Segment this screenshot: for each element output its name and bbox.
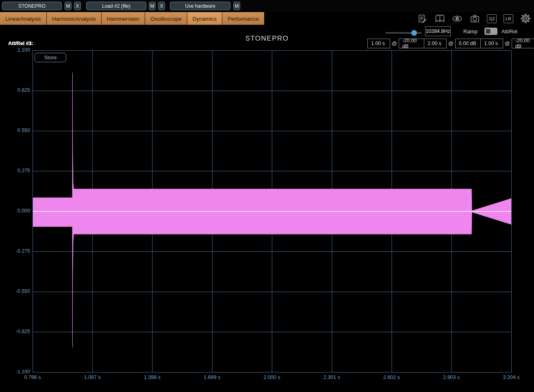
plugin-slot-bar: STONEPRO M X Load #2 (file) M X Use hard… <box>0 0 534 12</box>
dynamics-plot-area[interactable] <box>33 50 512 373</box>
x-tick-label: 1.398 s <box>144 375 161 380</box>
frequency-slider[interactable] <box>385 30 422 36</box>
x-tick-label: 1.097 s <box>84 375 101 380</box>
plugin-slot-a-mute-button[interactable]: M <box>65 2 72 10</box>
settings-gear-icon[interactable] <box>520 13 531 24</box>
x-tick-label: 2.903 s <box>443 375 460 380</box>
tab-performance[interactable]: Performance <box>222 12 265 25</box>
manual-book-icon[interactable] <box>434 13 445 24</box>
stage-2-at-label: @ <box>448 41 454 46</box>
y-tick-label: -0.550 <box>2 288 30 294</box>
x-tick-label: 1.699 s <box>204 375 220 380</box>
dynamics-waveform-plot[interactable] <box>33 50 512 373</box>
y-tick-label: -0.275 <box>2 248 30 254</box>
plugin-slot-b-close-button[interactable]: X <box>158 2 165 10</box>
frequency-slider-knob[interactable] <box>411 30 417 36</box>
y-tick-label: -1.100 <box>2 369 30 375</box>
att-rel-overlay-label-3: Att/Rel #3: <box>8 41 33 46</box>
toolbar-icon-strip: 1|2 LR <box>417 12 531 25</box>
y-tick-label: -0.825 <box>2 329 30 334</box>
use-hardware-button[interactable]: Use hardware <box>170 2 230 10</box>
envelope-stage-1: 1.00 s@-20.00 dB <box>367 39 424 48</box>
ramp-attrel-toggle[interactable] <box>484 28 497 35</box>
x-tick-label: 2.301 s <box>323 375 340 380</box>
store-button[interactable]: Store <box>35 53 66 62</box>
x-tick-label: 3.204 s <box>503 375 519 380</box>
envelope-stage-2: 2.00 s@0.00 dB <box>424 39 481 48</box>
tab-dynamics[interactable]: Dynamics <box>187 12 222 25</box>
stage-2-level-field[interactable]: 0.00 dB <box>455 39 481 48</box>
plugin-slot-a-close-button[interactable]: X <box>74 2 81 10</box>
stage-2-time-field[interactable]: 2.00 s <box>424 39 447 48</box>
hardware-mute-button[interactable]: M <box>233 2 240 10</box>
session-notes-icon[interactable] <box>417 13 428 24</box>
stage-1-at-label: @ <box>392 41 397 46</box>
x-tick-label: 2.000 s <box>263 375 280 380</box>
plugin-slot-b-mute-button[interactable]: M <box>149 2 156 10</box>
screenshot-camera-icon[interactable] <box>469 13 480 24</box>
att-rel-label: Att/Rel <box>501 28 517 35</box>
stage-3-level-field[interactable]: -20.00 dB <box>512 39 534 48</box>
y-tick-label: 1.100 <box>2 47 30 53</box>
stage-3-time-field[interactable]: 1.00 s <box>480 39 503 48</box>
plugin-slot-a-button[interactable]: STONEPRO <box>2 2 62 10</box>
frequency-value-field[interactable]: 10284.8Hz <box>425 26 451 36</box>
y-tick-label: 0.275 <box>2 168 30 173</box>
y-tick-label: 0.000 <box>2 208 30 214</box>
att-rel-run-label: Att/Rel #1:Att/Rel #2:Att/Rel #3: <box>8 41 57 47</box>
y-tick-label: 0.550 <box>2 128 30 133</box>
toggle-knob <box>485 28 491 34</box>
stage-3-at-label: @ <box>505 41 510 46</box>
eye-icon[interactable] <box>452 13 462 24</box>
tab-harmonicanalysis[interactable]: HarmonicAnalysis <box>47 12 102 25</box>
plugin-slot-b-button[interactable]: Load #2 (file) <box>86 2 146 10</box>
tab-hammerstein[interactable]: Hammerstein <box>102 12 145 25</box>
stage-1-time-field[interactable]: 1.00 s <box>367 39 390 48</box>
ramp-label: Ramp <box>463 28 478 35</box>
y-tick-label: 0.825 <box>2 87 30 93</box>
x-tick-label: 0.796 s <box>24 375 41 380</box>
x-tick-label: 2.602 s <box>383 375 400 380</box>
lr-channel-icon[interactable]: LR <box>504 14 513 23</box>
envelope-stage-3: 1.00 s@-20.00 dB <box>480 39 534 48</box>
plugin-analyzer-window: STONEPRO M X Load #2 (file) M X Use hard… <box>0 0 534 392</box>
tab-linearanalysis[interactable]: LinearAnalysis <box>0 12 47 25</box>
channel-12-icon[interactable]: 1|2 <box>487 14 497 23</box>
page-title: STONEPRO <box>245 35 289 43</box>
stage-1-level-field[interactable]: -20.00 dB <box>399 39 424 48</box>
tab-oscilloscope[interactable]: Oscilloscope <box>145 12 187 25</box>
